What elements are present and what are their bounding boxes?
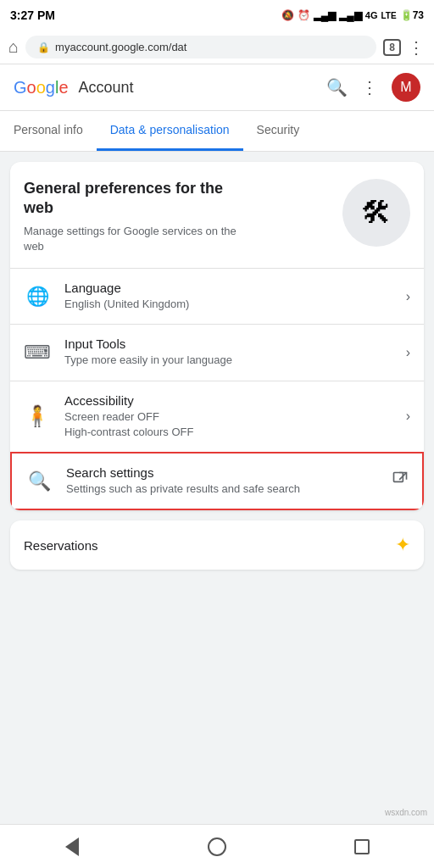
- bottom-nav: [0, 824, 434, 868]
- accessibility-subtitle: Screen reader OFF High-contrast colours …: [64, 409, 392, 440]
- search-settings-content: Search settings Settings such as private…: [66, 465, 378, 497]
- pref-header-text: General preferences for the web Manage s…: [24, 179, 244, 254]
- pref-icon-circle: 🛠: [342, 179, 410, 247]
- search-settings-title: Search settings: [66, 465, 378, 480]
- main-content: General preferences for the web Manage s…: [0, 152, 434, 634]
- back-triangle-icon: [65, 837, 79, 856]
- more-options-icon[interactable]: ⋮: [361, 77, 378, 97]
- accessibility-content: Accessibility Screen reader OFF High-con…: [64, 393, 392, 440]
- header-icons: 🔍 ⋮ M: [326, 73, 420, 102]
- browser-bar: ⌂ 🔒 myaccount.google.com/dat 8 ⋮: [0, 31, 434, 64]
- lte-badge: LTE: [381, 11, 396, 20]
- tab-personal-info[interactable]: Personal info: [0, 111, 97, 151]
- pref-title: General preferences for the web: [24, 179, 244, 219]
- avatar[interactable]: M: [392, 73, 420, 102]
- battery: 🔋73: [400, 9, 424, 21]
- input-tools-content: Input Tools Type more easily in your lan…: [64, 337, 392, 368]
- lock-icon: 🔒: [37, 42, 50, 53]
- reservations-card[interactable]: Reservations ✦: [10, 520, 424, 570]
- pref-header: General preferences for the web Manage s…: [10, 162, 424, 268]
- account-header: Google Account 🔍 ⋮ M: [0, 64, 434, 111]
- status-bar: 3:27 PM 🔕 ⏰ ▂▄▆ ▂▄▆ 4G LTE 🔋73: [0, 0, 434, 31]
- url-text: myaccount.google.com/dat: [55, 41, 186, 53]
- network-type: 4G: [365, 10, 378, 20]
- pref-subtitle: Manage settings for Google services on t…: [24, 224, 244, 254]
- home-icon[interactable]: ⌂: [8, 37, 19, 57]
- signal-icon-2: ▂▄▆: [339, 9, 362, 21]
- reservations-title: Reservations: [24, 538, 381, 553]
- accessibility-title: Accessibility: [64, 393, 392, 408]
- home-button[interactable]: [200, 830, 234, 864]
- search-icon[interactable]: 🔍: [326, 77, 348, 97]
- wrench-screwdriver-icon: 🛠: [361, 195, 392, 231]
- status-icons: 🔕 ⏰ ▂▄▆ ▂▄▆ 4G LTE 🔋73: [281, 9, 424, 21]
- input-tools-chevron-icon: ›: [406, 345, 410, 360]
- tab-count[interactable]: 8: [383, 39, 401, 56]
- accessibility-row[interactable]: 🧍 Accessibility Screen reader OFF High-c…: [10, 381, 424, 452]
- account-title: Account: [79, 79, 134, 97]
- alarm-icon: ⏰: [298, 9, 310, 21]
- accessibility-icon: 🧍: [24, 403, 51, 430]
- reservations-row: Reservations ✦: [10, 520, 424, 570]
- keyboard-icon: ⌨: [24, 339, 51, 366]
- language-row[interactable]: 🌐 Language English (United Kingdom) ›: [10, 268, 424, 324]
- more-menu-button[interactable]: ⋮: [408, 37, 426, 58]
- status-time: 3:27 PM: [10, 8, 55, 22]
- language-title: Language: [64, 281, 392, 295]
- search-settings-icon: 🔍: [25, 468, 53, 495]
- nav-tabs: Personal info Data & personalisation Sec…: [0, 111, 434, 152]
- input-tools-title: Input Tools: [64, 337, 392, 351]
- input-tools-subtitle: Type more easily in your language: [64, 353, 392, 368]
- back-button[interactable]: [55, 830, 89, 864]
- tab-security[interactable]: Security: [243, 111, 314, 151]
- signal-icon: ▂▄▆: [314, 9, 337, 21]
- recents-square-icon: [354, 839, 370, 854]
- tab-data-personalisation[interactable]: Data & personalisation: [97, 111, 243, 151]
- search-settings-subtitle: Settings such as private results and saf…: [66, 481, 378, 497]
- mute-icon: 🔕: [281, 9, 294, 21]
- google-logo: Google: [14, 78, 69, 97]
- search-settings-row[interactable]: 🔍 Search settings Settings such as priva…: [10, 452, 424, 510]
- language-content: Language English (United Kingdom): [64, 281, 392, 312]
- accessibility-chevron-icon: ›: [406, 409, 410, 424]
- language-icon: 🌐: [24, 283, 51, 310]
- external-link-icon: [392, 470, 409, 492]
- language-subtitle: English (United Kingdom): [64, 297, 392, 312]
- home-circle-icon: [208, 837, 226, 856]
- general-preferences-card: General preferences for the web Manage s…: [10, 162, 424, 510]
- input-tools-row[interactable]: ⌨ Input Tools Type more easily in your l…: [10, 324, 424, 380]
- recents-button[interactable]: [345, 830, 379, 864]
- watermark: wsxdn.com: [385, 808, 427, 817]
- url-bar[interactable]: 🔒 myaccount.google.com/dat: [25, 36, 376, 58]
- star-icon: ✦: [395, 534, 410, 556]
- language-chevron-icon: ›: [406, 289, 410, 304]
